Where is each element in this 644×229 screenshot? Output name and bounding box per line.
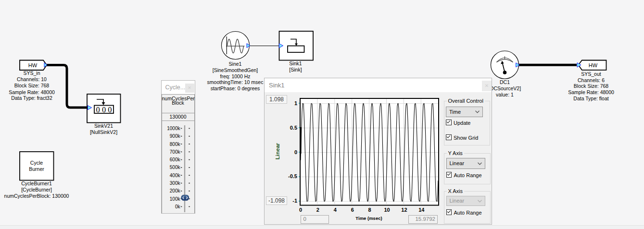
svg-text:[Sink]: [Sink]: [289, 67, 302, 72]
svg-text:800k: 800k: [169, 141, 180, 146]
svg-text:Data Type: fract32: Data Type: fract32: [11, 95, 52, 101]
svg-text:Sine1: Sine1: [229, 61, 242, 67]
svg-text:[DCSourceV2]: [DCSourceV2]: [489, 85, 521, 91]
svg-text:CycleBurner1: CycleBurner1: [21, 181, 52, 186]
svg-text:Block Size: 768: Block Size: 768: [574, 83, 609, 89]
svg-text:DC1: DC1: [500, 79, 510, 85]
svg-text:Sink1: Sink1: [289, 60, 302, 66]
svg-text:1000k: 1000k: [167, 125, 180, 131]
svg-text:600k: 600k: [169, 157, 180, 162]
svg-text:Block Size: 768: Block Size: 768: [14, 83, 50, 88]
svg-text:value: 1: value: 1: [496, 92, 514, 97]
svg-text:HW: HW: [589, 62, 598, 68]
svg-text:400k: 400k: [169, 172, 180, 178]
svg-text:[NullSinkV2]: [NullSinkV2]: [90, 129, 117, 135]
svg-text:900k: 900k: [169, 133, 180, 139]
svg-text:Sample Rate: 48000: Sample Rate: 48000: [568, 89, 614, 95]
svg-text:SinkV21: SinkV21: [94, 123, 113, 129]
svg-text:numCyclesPerBlock: 130000: numCyclesPerBlock: 130000: [4, 193, 69, 199]
svg-text:Channels: 10: Channels: 10: [17, 76, 47, 82]
svg-text:500k: 500k: [169, 165, 180, 170]
svg-text:HW: HW: [28, 62, 38, 68]
svg-text:SYS_out: SYS_out: [581, 71, 601, 77]
svg-text:300k: 300k: [169, 181, 180, 186]
svg-text:freq: 1000 Hz: freq: 1000 Hz: [220, 73, 250, 79]
svg-text:SYS_in: SYS_in: [23, 70, 40, 76]
svg-text:0 0 0: 0 0 0: [96, 105, 112, 114]
svg-text:Burner: Burner: [29, 166, 44, 172]
svg-text:Cycle: Cycle: [30, 160, 43, 166]
svg-text:Sample Rate: 48000: Sample Rate: 48000: [9, 89, 55, 95]
svg-text:100k: 100k: [169, 196, 180, 201]
svg-text:smoothingTime: 10 msec: smoothingTime: 10 msec: [207, 79, 264, 85]
svg-text:700k: 700k: [169, 149, 180, 154]
svg-text:0k: 0k: [175, 204, 180, 209]
svg-text:[CycleBurner]: [CycleBurner]: [21, 187, 52, 193]
svg-text:Channels: 6: Channels: 6: [578, 77, 605, 83]
svg-text:startPhase: 0 degrees: startPhase: 0 degrees: [211, 85, 260, 91]
svg-text:Data Type: float: Data Type: float: [573, 96, 608, 101]
svg-text:200k: 200k: [169, 188, 180, 193]
svg-text:[SineSmoothedGen]: [SineSmoothedGen]: [213, 67, 258, 73]
